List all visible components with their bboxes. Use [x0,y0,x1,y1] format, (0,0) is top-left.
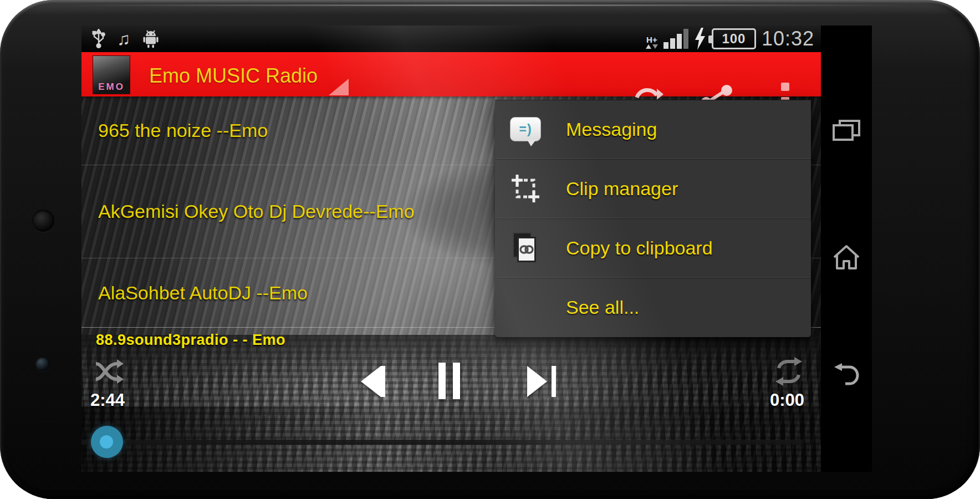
copy-to-clipboard-icon [509,232,542,264]
end-time-label: 0:00 [770,390,804,410]
seek-thumb[interactable] [91,426,123,458]
now-playing-label: 88.9sound3pradio - - Emo [96,332,285,349]
pause-button[interactable] [438,363,467,399]
front-camera [35,357,50,371]
status-bar-left: ♫ [81,29,160,49]
battery-icon: 100 [712,28,756,49]
station-name: 965 the noize --Emo [98,120,268,141]
bezel-top-highlight [67,4,913,6]
previous-button[interactable] [351,365,385,398]
android-icon [141,29,160,49]
share-popup-menu: =) Messaging Clip manage [495,100,811,337]
phone-bezel: ♫ [0,0,980,499]
menu-item-label: See all... [566,297,639,318]
menu-item-clip-manager[interactable]: Clip manager [495,159,811,218]
menu-item-label: Copy to clipboard [566,237,713,259]
menu-item-copy-to-clipboard[interactable]: Copy to clipboard [495,218,811,278]
phone-screen: ♫ [81,26,821,472]
menu-item-label: Messaging [566,119,657,140]
menu-item-see-all[interactable]: See all... [495,278,811,337]
navigation-bar [821,26,872,472]
repeat-icon[interactable] [773,357,804,386]
clip-manager-icon [509,172,542,205]
status-bar: ♫ [81,26,821,52]
album-art-thumbnail[interactable]: EMO [93,55,130,94]
network-indicator: H+ [646,35,658,49]
data-activity-arrows [646,44,658,49]
app-title[interactable]: Emo MUSIC Radio [149,64,318,88]
music-note-icon: ♫ [117,30,130,48]
title-spinner-triangle-icon[interactable] [329,79,349,95]
clock-label: 10:32 [762,29,814,49]
signal-strength-icon [663,29,688,49]
messaging-app-icon: =) [509,113,542,145]
battery-percent-label: 100 [722,31,746,47]
seek-bar[interactable] [81,426,802,458]
menu-item-messaging[interactable]: =) Messaging [495,100,811,159]
elapsed-time-label: 2:44 [90,390,125,410]
next-button[interactable] [523,365,557,398]
network-type-label: H+ [646,35,657,44]
station-name: AkGemisi Okey Oto Dj Devrede--Emo [98,201,415,222]
menu-item-label: Clip manager [566,178,678,200]
home-icon[interactable] [832,243,861,271]
recent-apps-icon[interactable] [832,119,861,143]
usb-icon [91,29,106,49]
seek-track[interactable] [81,440,802,445]
status-bar-right: H+ 100 10:32 [646,28,821,50]
back-icon[interactable] [832,363,861,388]
charging-bolt-icon [694,28,706,50]
station-name: AlaSohbet AutoDJ --Emo [98,282,308,304]
shuffle-icon[interactable] [95,357,127,386]
action-bar: EMO Emo MUSIC Radio [81,52,821,96]
speaker-grille [32,210,54,232]
album-badge-label: EMO [98,80,125,94]
screenshot-stage: ♫ [0,0,980,499]
